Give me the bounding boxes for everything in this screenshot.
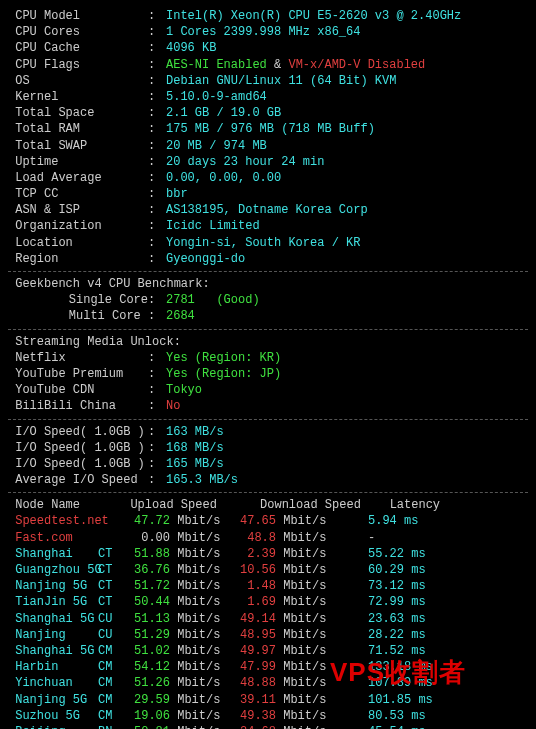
node-name: Harbin (8, 659, 98, 675)
download-value: 2.39 (226, 546, 276, 562)
latency-value: 60.29 ms (332, 562, 402, 578)
download-unit: Mbit/s (276, 611, 332, 627)
info-label: Location (8, 235, 148, 251)
latency-value: 45.54 ms (332, 724, 402, 729)
io-section: I/O Speed( 1.0GB ) : 163 MB/s I/O Speed(… (8, 424, 528, 489)
download-unit: Mbit/s (276, 627, 332, 643)
info-value-part: VM-x/AMD-V Disabled (288, 58, 425, 72)
colon: : (148, 8, 166, 24)
node-name: Speedtest.net (8, 513, 98, 529)
info-value: Intel(R) Xeon(R) CPU E5-2620 v3 @ 2.40GH… (166, 9, 461, 23)
geekbench-label: Multi Core (8, 308, 148, 324)
download-unit: Mbit/s (276, 675, 332, 691)
upload-value: 36.76 (120, 562, 170, 578)
speedtest-row: NanjingCU51.29 Mbit/s48.95 Mbit/s 28.22 … (8, 627, 528, 643)
info-value-part: (718 MB Buff) (281, 122, 375, 136)
colon: : (148, 138, 166, 154)
colon: : (148, 57, 166, 73)
speedtest-row: Shanghai 5GCM51.02 Mbit/s49.97 Mbit/s 71… (8, 643, 528, 659)
speedtest-row: Speedtest.net47.72 Mbit/s47.65 Mbit/s 5.… (8, 513, 528, 529)
upload-value: 50.81 (120, 724, 170, 729)
info-label: Region (8, 251, 148, 267)
colon: : (148, 218, 166, 234)
geekbench-title: Geekbench v4 CPU Benchmark: (8, 276, 528, 292)
info-label: TCP CC (8, 186, 148, 202)
info-value: Gyeonggi-do (166, 252, 245, 266)
info-label: CPU Flags (8, 57, 148, 73)
colon: : (148, 251, 166, 267)
streaming-value: No (166, 399, 180, 413)
upload-unit: Mbit/s (170, 562, 226, 578)
download-unit: Mbit/s (276, 659, 332, 675)
download-value: 1.48 (226, 578, 276, 594)
info-row: Location : Yongin-si, South Korea / KR (8, 235, 528, 251)
speedtest-row: Nanjing 5GCM29.59 Mbit/s39.11 Mbit/s 101… (8, 692, 528, 708)
latency-value: - (332, 530, 402, 546)
download-value: 24.68 (226, 724, 276, 729)
geekbench-row: Multi Core : 2684 (8, 308, 528, 324)
streaming-row: BiliBili China : No (8, 398, 528, 414)
streaming-row: YouTube Premium : Yes (Region: JP) (8, 366, 528, 382)
divider (8, 492, 528, 493)
info-value: 20 days 23 hour 24 min (166, 155, 324, 169)
system-info-section: CPU Model : Intel(R) Xeon(R) CPU E5-2620… (8, 8, 528, 267)
node-name: Guangzhou 5G (8, 562, 98, 578)
info-value: Yongin-si, South Korea / KR (166, 236, 360, 250)
info-value: 2.1 GB / 19.0 GB (166, 106, 281, 120)
divider (8, 329, 528, 330)
node-name: Suzhou 5G (8, 708, 98, 724)
info-row: Total Space : 2.1 GB / 19.0 GB (8, 105, 528, 121)
info-value: AS138195, Dotname Korea Corp (166, 203, 368, 217)
info-row: Load Average : 0.00, 0.00, 0.00 (8, 170, 528, 186)
streaming-row: YouTube CDN : Tokyo (8, 382, 528, 398)
speedtest-header: Node Name Upload Speed Download Speed La… (8, 497, 528, 513)
speedtest-row: TianJin 5GCT50.44 Mbit/s1.69 Mbit/s 72.9… (8, 594, 528, 610)
info-value: 0.00, 0.00, 0.00 (166, 171, 281, 185)
upload-value: 19.06 (120, 708, 170, 724)
upload-unit: Mbit/s (170, 611, 226, 627)
upload-value: 51.13 (120, 611, 170, 627)
streaming-label: YouTube CDN (8, 382, 148, 398)
io-row: Average I/O Speed : 165.3 MB/s (8, 472, 528, 488)
speedtest-row: Fast.com0.00 Mbit/s48.8 Mbit/s - (8, 530, 528, 546)
speedtest-row: Nanjing 5GCT51.72 Mbit/s1.48 Mbit/s 73.1… (8, 578, 528, 594)
info-value-part: & (267, 58, 289, 72)
node-name: Beijing (8, 724, 98, 729)
node-name: Fast.com (8, 530, 98, 546)
download-unit: Mbit/s (276, 643, 332, 659)
info-label: Total Space (8, 105, 148, 121)
upload-unit: Mbit/s (170, 594, 226, 610)
streaming-value: Yes (Region: KR) (166, 351, 281, 365)
colon: : (148, 89, 166, 105)
latency-value: 28.22 ms (332, 627, 402, 643)
io-value: 163 MB/s (166, 425, 224, 439)
download-value: 48.88 (226, 675, 276, 691)
provider: CM (98, 708, 120, 724)
info-value: 1 Cores 2399.998 MHz x86_64 (166, 25, 360, 39)
info-row: TCP CC : bbr (8, 186, 528, 202)
download-unit: Mbit/s (276, 708, 332, 724)
upload-unit: Mbit/s (170, 675, 226, 691)
info-value: bbr (166, 187, 188, 201)
download-unit: Mbit/s (276, 530, 332, 546)
upload-unit: Mbit/s (170, 578, 226, 594)
node-name: Nanjing 5G (8, 578, 98, 594)
io-value: 165 MB/s (166, 457, 224, 471)
info-label: CPU Cache (8, 40, 148, 56)
download-value: 47.99 (226, 659, 276, 675)
download-value: 49.38 (226, 708, 276, 724)
upload-value: 51.29 (120, 627, 170, 643)
latency-value: 80.53 ms (332, 708, 402, 724)
info-label: Organization (8, 218, 148, 234)
latency-value: 72.99 ms (332, 594, 402, 610)
upload-unit: Mbit/s (170, 513, 226, 529)
info-label: Total SWAP (8, 138, 148, 154)
io-label: I/O Speed( 1.0GB ) (8, 424, 148, 440)
streaming-value: Yes (Region: JP) (166, 367, 281, 381)
upload-value: 50.44 (120, 594, 170, 610)
speedtest-row: YinchuanCM51.26 Mbit/s48.88 Mbit/s 107.8… (8, 675, 528, 691)
info-row: CPU Cache : 4096 KB (8, 40, 528, 56)
provider: CT (98, 546, 120, 562)
provider: CT (98, 578, 120, 594)
info-value: 20 MB / 974 MB (166, 139, 267, 153)
